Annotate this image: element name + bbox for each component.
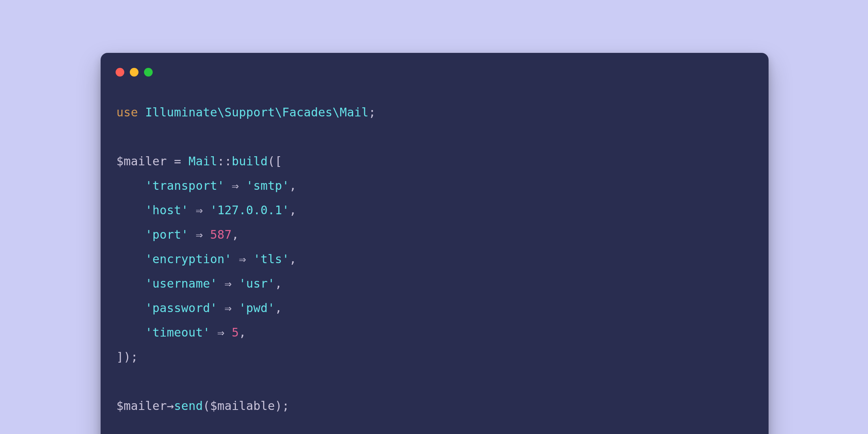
array-val-port: 587 — [210, 228, 232, 241]
array-key-timeout: 'timeout' — [145, 326, 210, 339]
close-icon[interactable] — [116, 68, 124, 77]
double-colon: :: — [217, 154, 232, 168]
comma: , — [289, 252, 296, 266]
semicolon: ; — [282, 399, 289, 413]
comma: , — [232, 228, 239, 241]
window-traffic-lights — [116, 68, 153, 77]
open-paren: ( — [203, 399, 210, 413]
equals: = — [167, 154, 189, 168]
array-key-encryption: 'encryption' — [145, 252, 232, 266]
variable-mailer: $mailer — [116, 154, 167, 168]
array-val-timeout: 5 — [232, 326, 239, 339]
thin-arrow-icon: → — [167, 399, 174, 413]
array-val-username: 'usr' — [239, 277, 275, 290]
class-mail: Mail — [189, 154, 217, 168]
semicolon: ; — [369, 105, 376, 119]
comma: , — [289, 203, 296, 217]
array-val-encryption: 'tls' — [253, 252, 289, 266]
keyword-use: use — [116, 105, 138, 119]
close-paren: ) — [275, 399, 282, 413]
minimize-icon[interactable] — [130, 68, 138, 77]
fat-arrow-icon: ⇒ — [217, 301, 239, 315]
method-send: send — [174, 399, 203, 413]
fat-arrow-icon: ⇒ — [189, 228, 210, 241]
method-build: build — [232, 154, 268, 168]
fat-arrow-icon: ⇒ — [232, 252, 253, 266]
array-key-username: 'username' — [145, 277, 217, 290]
open-bracket: ([ — [268, 154, 282, 168]
array-key-password: 'password' — [145, 301, 217, 315]
fat-arrow-icon: ⇒ — [224, 179, 246, 193]
namespace-path: Illuminate\Support\Facades\Mail — [145, 105, 369, 119]
comma: , — [275, 301, 282, 315]
editor-window: use Illuminate\Support\Facades\Mail; $ma… — [101, 53, 769, 434]
array-key-transport: 'transport' — [145, 179, 224, 193]
array-key-host: 'host' — [145, 203, 189, 217]
fat-arrow-icon: ⇒ — [217, 277, 239, 290]
variable-mailable: $mailable — [210, 399, 275, 413]
comma: , — [289, 179, 296, 193]
array-val-host: '127.0.0.1' — [210, 203, 289, 217]
code-block: use Illuminate\Support\Facades\Mail; $ma… — [116, 100, 376, 418]
array-val-password: 'pwd' — [239, 301, 275, 315]
fat-arrow-icon: ⇒ — [189, 203, 210, 217]
close-bracket: ]); — [116, 350, 138, 364]
array-val-transport: 'smtp' — [246, 179, 290, 193]
zoom-icon[interactable] — [144, 68, 153, 77]
comma: , — [275, 277, 282, 290]
variable-mailer: $mailer — [116, 399, 167, 413]
comma: , — [239, 326, 246, 339]
array-key-port: 'port' — [145, 228, 189, 241]
fat-arrow-icon: ⇒ — [210, 326, 232, 339]
